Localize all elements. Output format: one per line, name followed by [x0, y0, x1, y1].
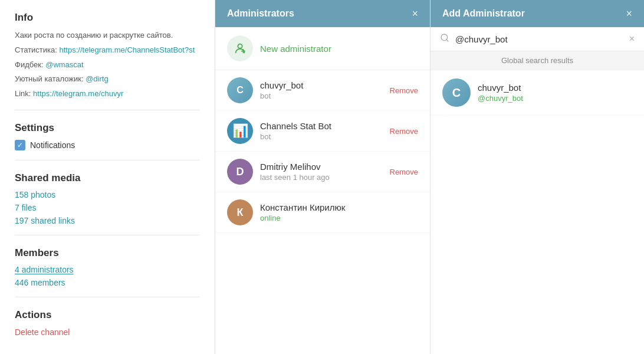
- info-stats: Статистика: https://telegram.me/Channels…: [15, 44, 200, 57]
- admins-header: Administrators ×: [215, 0, 430, 27]
- actions-section: Actions Delete channel: [15, 309, 200, 337]
- links-link[interactable]: 197 shared links: [15, 216, 200, 225]
- admin-sub: bot: [260, 132, 383, 141]
- administrators-link[interactable]: 4 administrators: [15, 265, 200, 274]
- admin-info: Dmitriy Melihov last seen 1 hour ago: [260, 162, 383, 182]
- info-description: Хаки роста по созданию и раскрутке сайто…: [15, 30, 200, 42]
- notifications-label: Notifications: [30, 140, 75, 150]
- add-close-button[interactable]: ×: [626, 8, 632, 19]
- search-bar: ×: [431, 27, 644, 51]
- admin-sub: bot: [260, 91, 383, 100]
- add-header: Add Administrator ×: [431, 0, 644, 27]
- info-title: Info: [15, 12, 200, 24]
- divider-1: [15, 110, 200, 110]
- admin-info: Константин Кирилюк online: [260, 202, 418, 222]
- result-name: chuvyr_bot: [478, 83, 632, 93]
- result-info: chuvyr_bot @chuvyr_bot: [478, 83, 632, 103]
- svg-point-0: [238, 44, 242, 48]
- list-item[interactable]: C chuvyr_bot @chuvyr_bot: [431, 70, 644, 116]
- divider-4: [15, 297, 200, 297]
- admin-name: Channels Stat Bot: [260, 121, 383, 131]
- admin-sub: last seen 1 hour ago: [260, 173, 383, 182]
- info-link-row: Link: https://telegram.me/chuvyr: [15, 88, 200, 100]
- table-row: К Константин Кирилюк online: [215, 192, 430, 233]
- settings-section: Settings Notifications: [15, 122, 200, 150]
- new-admin-label: New administrator: [260, 44, 331, 54]
- table-row: D Dmitriy Melihov last seen 1 hour ago R…: [215, 152, 430, 192]
- avatar: К: [227, 199, 253, 225]
- info-catalog: Уютный каталожик: @dirtg: [15, 73, 200, 86]
- remove-button[interactable]: Remove: [390, 86, 418, 95]
- svg-line-4: [446, 40, 448, 41]
- admin-info: chuvyr_bot bot: [260, 80, 383, 100]
- members-section: Members 4 administrators 446 members: [15, 247, 200, 287]
- new-admin-row[interactable]: New administrator: [215, 27, 430, 70]
- members-link[interactable]: 446 members: [15, 278, 200, 287]
- photos-link[interactable]: 158 photos: [15, 190, 200, 199]
- notifications-checkbox[interactable]: [15, 140, 25, 150]
- avatar: C: [227, 77, 253, 103]
- table-row: C chuvyr_bot bot Remove: [215, 70, 430, 111]
- admin-sub-online: online: [260, 214, 418, 222]
- admin-info: Channels Stat Bot bot: [260, 121, 383, 141]
- remove-button[interactable]: Remove: [390, 127, 418, 136]
- admin-name: Dmitriy Melihov: [260, 162, 383, 172]
- dirtg-link[interactable]: @dirtg: [86, 74, 109, 83]
- divider-2: [15, 160, 200, 160]
- avatar: 📊: [227, 118, 253, 144]
- wmascat-link[interactable]: @wmascat: [45, 60, 84, 69]
- notifications-row[interactable]: Notifications: [15, 140, 200, 150]
- search-input[interactable]: [455, 34, 623, 44]
- admin-name: chuvyr_bot: [260, 80, 383, 90]
- left-panel: Info Хаки роста по созданию и раскрутке …: [0, 0, 215, 354]
- delete-channel-button[interactable]: Delete channel: [15, 327, 70, 337]
- table-row: 📊 Channels Stat Bot bot Remove: [215, 111, 430, 152]
- avatar: D: [227, 159, 253, 185]
- actions-title: Actions: [15, 309, 200, 321]
- admins-close-button[interactable]: ×: [412, 8, 418, 19]
- shared-media-title: Shared media: [15, 172, 200, 184]
- stats-link[interactable]: https://telegram.me/ChannelsStatBot?st: [60, 45, 195, 54]
- add-title: Add Administrator: [442, 8, 525, 19]
- shared-media-section: Shared media 158 photos 7 files 197 shar…: [15, 172, 200, 225]
- admins-content: New administrator C chuvyr_bot bot Remov…: [215, 27, 430, 354]
- avatar: C: [442, 78, 471, 107]
- search-clear-button[interactable]: ×: [629, 34, 635, 44]
- admins-panel: Administrators × New administrator C chu…: [215, 0, 431, 354]
- result-handle: @chuvyr_bot: [478, 94, 632, 103]
- search-icon: [440, 33, 449, 45]
- admin-name: Константин Кирилюк: [260, 202, 418, 212]
- channel-link[interactable]: https://telegram.me/chuvyr: [33, 89, 123, 98]
- remove-button[interactable]: Remove: [390, 168, 418, 176]
- settings-title: Settings: [15, 122, 200, 134]
- info-feedback: Фидбек: @wmascat: [15, 59, 200, 71]
- files-link[interactable]: 7 files: [15, 203, 200, 212]
- admins-title: Administrators: [227, 8, 294, 19]
- members-title: Members: [15, 247, 200, 259]
- global-results-label: Global search results: [431, 51, 644, 70]
- new-admin-icon: [227, 35, 253, 61]
- add-admin-panel: Add Administrator × × Global search resu…: [431, 0, 644, 354]
- divider-3: [15, 235, 200, 235]
